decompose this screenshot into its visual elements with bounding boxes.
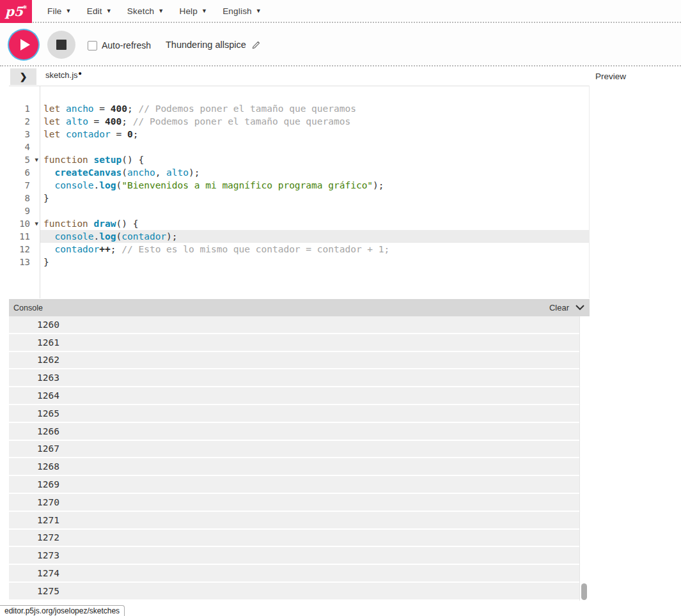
menu-file[interactable]: File▼ xyxy=(40,0,79,22)
stop-icon xyxy=(56,40,67,50)
line-number-gutter xyxy=(9,86,40,102)
console-actions: Clear xyxy=(549,303,584,312)
chevron-down-icon: ▼ xyxy=(106,8,112,14)
menu-language[interactable]: English▼ xyxy=(215,0,269,22)
console-scrollbar-thumb[interactable] xyxy=(581,583,587,600)
auto-refresh-checkbox[interactable] xyxy=(88,41,97,50)
line-number: 8 xyxy=(25,193,40,203)
code-text[interactable]: let ancho = 400; // Podemos poner el tam… xyxy=(40,102,589,115)
play-icon xyxy=(20,39,30,50)
code-text[interactable]: let alto = 400; // Podemos poner el tama… xyxy=(40,115,589,128)
code-text[interactable]: } xyxy=(40,192,589,204)
line-number-gutter: 8 xyxy=(9,192,40,204)
code-text[interactable]: console.log(contador); xyxy=(40,230,589,243)
console-log-row: 1268 xyxy=(9,458,579,476)
top-nav-bar: p5* File▼ Edit▼ Sketch▼ Help▼ English▼ xyxy=(0,0,681,23)
code-text[interactable]: function setup() { xyxy=(40,153,589,166)
code-line[interactable]: 6 createCanvas(ancho, alto); xyxy=(9,166,589,179)
console-collapse-icon[interactable] xyxy=(575,305,584,311)
console-log-row: 1267 xyxy=(9,441,579,459)
p5-logo-text: p5 xyxy=(5,4,23,19)
line-number-gutter: 11 xyxy=(9,230,40,243)
sketch-name-wrap: Thundering allspice xyxy=(166,40,261,50)
line-number: 7 xyxy=(25,180,40,190)
menu-edit[interactable]: Edit▼ xyxy=(79,0,120,22)
code-line[interactable]: 12 contador++; // Esto es lo mismo que c… xyxy=(9,243,589,256)
console-scrollbar[interactable] xyxy=(579,316,588,601)
tab-sketch-js[interactable]: sketch.js • xyxy=(45,70,82,80)
code-line[interactable]: 7 console.log("Bienvenidos a mi magnífic… xyxy=(9,179,589,192)
chevron-down-icon: ▼ xyxy=(66,8,72,14)
sidebar-expand-button[interactable]: ❯ xyxy=(10,68,36,85)
code-line[interactable]: 11 console.log(contador); xyxy=(9,230,589,243)
code-line[interactable]: 5▼function setup() { xyxy=(9,153,589,166)
play-button[interactable] xyxy=(9,30,38,59)
code-text[interactable] xyxy=(40,86,589,102)
menu-help[interactable]: Help▼ xyxy=(171,0,215,22)
line-number-gutter: 12 xyxy=(9,243,40,256)
code-text[interactable] xyxy=(40,268,589,298)
line-number-gutter: 10▼ xyxy=(9,217,40,230)
fold-arrow-icon[interactable]: ▼ xyxy=(35,220,38,227)
console-output: 1260126112621263126412651266126712681269… xyxy=(9,316,590,601)
code-line[interactable]: 3let contador = 0; xyxy=(9,128,589,141)
line-number: 1 xyxy=(25,104,40,114)
code-line[interactable]: 4 xyxy=(9,141,589,153)
line-number: 9 xyxy=(25,206,40,216)
code-text[interactable] xyxy=(40,141,589,153)
code-line[interactable]: 9 xyxy=(9,204,589,217)
console-log-row: 1261 xyxy=(9,334,579,352)
sketch-name[interactable]: Thundering allspice xyxy=(166,40,246,50)
code-text[interactable]: } xyxy=(40,256,589,268)
console-log-row: 1275 xyxy=(9,583,579,601)
code-editor[interactable]: 1let ancho = 400; // Podemos poner el ta… xyxy=(9,86,590,298)
line-number-gutter: 6 xyxy=(9,166,40,179)
line-number: 6 xyxy=(25,167,40,178)
p5-logo[interactable]: p5* xyxy=(0,0,32,23)
console-list: 1260126112621263126412651266126712681269… xyxy=(9,316,590,601)
console-log-row: 1265 xyxy=(9,405,579,423)
console-log-row: 1272 xyxy=(9,530,579,548)
code-line[interactable]: 10▼function draw() { xyxy=(9,217,589,230)
console-log-row: 1266 xyxy=(9,423,579,441)
line-number-gutter: 7 xyxy=(9,179,40,192)
code-text[interactable]: console.log("Bienvenidos a mi magnífico … xyxy=(40,179,589,192)
line-number-gutter xyxy=(9,268,40,298)
code-text[interactable]: let contador = 0; xyxy=(40,128,589,141)
console-log-row: 1264 xyxy=(9,387,579,405)
code-line[interactable]: 2let alto = 400; // Podemos poner el tam… xyxy=(9,115,589,128)
line-number: 12 xyxy=(19,244,40,254)
code-line[interactable]: 13} xyxy=(9,256,589,268)
console-log-row: 1262 xyxy=(9,352,579,370)
unsaved-indicator-dot: • xyxy=(79,70,82,76)
console-log-row: 1263 xyxy=(9,369,579,387)
preview-pane-title: Preview xyxy=(595,72,626,81)
editor-tab-bar: ❯ sketch.js • xyxy=(0,66,590,86)
fold-arrow-icon[interactable]: ▼ xyxy=(35,157,38,163)
line-number: 3 xyxy=(25,129,40,139)
sketch-toolbar: Auto-refresh Thundering allspice xyxy=(0,24,681,66)
code-text[interactable]: function draw() { xyxy=(40,217,589,230)
chevron-down-icon: ▼ xyxy=(158,8,164,14)
line-number: 13 xyxy=(19,257,40,267)
console-clear-button[interactable]: Clear xyxy=(549,303,569,312)
code-text[interactable]: createCanvas(ancho, alto); xyxy=(40,166,589,179)
line-number: 2 xyxy=(25,116,40,127)
line-number-gutter: 2 xyxy=(9,115,40,128)
pencil-icon[interactable] xyxy=(251,40,261,50)
line-number-gutter: 5▼ xyxy=(9,153,40,166)
menu-sketch[interactable]: Sketch▼ xyxy=(120,0,172,22)
console-title: Console xyxy=(13,304,43,312)
line-number: 11 xyxy=(19,231,40,242)
tab-filename: sketch.js xyxy=(45,70,78,80)
code-text[interactable] xyxy=(40,204,589,217)
menu-bar: File▼ Edit▼ Sketch▼ Help▼ English▼ xyxy=(40,0,269,22)
stop-button[interactable] xyxy=(47,31,75,59)
auto-refresh-label: Auto-refresh xyxy=(102,40,151,50)
code-line[interactable]: 8} xyxy=(9,192,589,204)
code-text[interactable]: contador++; // Esto es lo mismo que cont… xyxy=(40,243,589,256)
line-number-gutter: 4 xyxy=(9,141,40,153)
console-log-row: 1274 xyxy=(9,565,579,583)
console-log-row: 1260 xyxy=(9,316,579,334)
code-line[interactable]: 1let ancho = 400; // Podemos poner el ta… xyxy=(9,102,589,115)
